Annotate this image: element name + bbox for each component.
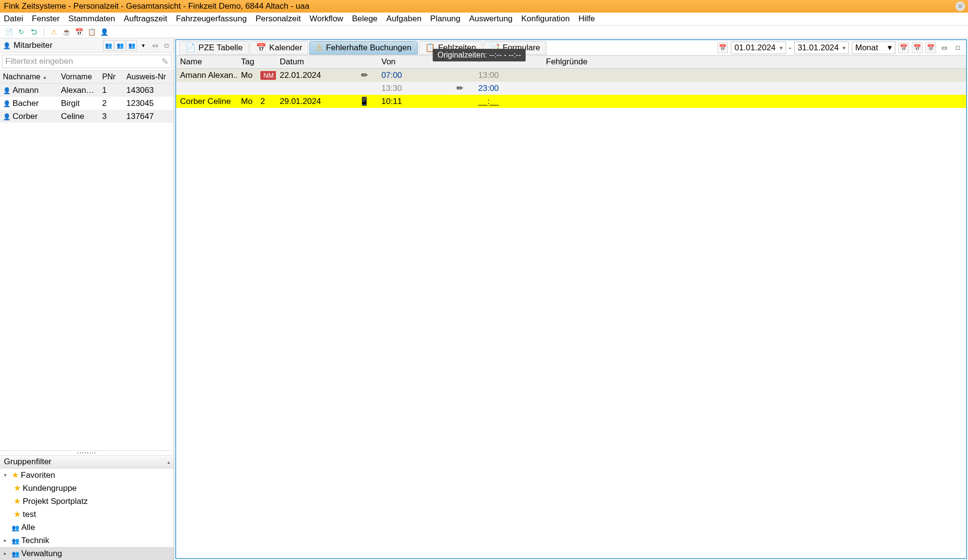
separator <box>44 28 44 36</box>
close-icon[interactable]: ✕ <box>955 1 965 11</box>
grid-row[interactable]: Corber CelineMo229.01.2024📱10:11__:__ <box>176 95 966 108</box>
undo-icon[interactable]: ⮌ <box>29 27 39 37</box>
expand-icon[interactable]: ▸ <box>4 550 10 557</box>
col-nachname[interactable]: Nachname▲ <box>0 73 58 81</box>
people-icon <box>12 549 19 559</box>
edit-icon[interactable]: 📱 <box>359 96 369 106</box>
menu-auftragszeit[interactable]: Auftragszeit <box>124 14 167 24</box>
menu-fahrzeugerfassung[interactable]: Fahrzeugerfassung <box>176 14 246 24</box>
warning-icon[interactable]: ⚠ <box>49 27 59 37</box>
calendar-icon: 📅 <box>256 43 266 53</box>
tab-kalender[interactable]: 📅Kalender <box>250 41 308 55</box>
cal-icon-1[interactable]: 📅 <box>898 43 909 53</box>
chevron-down-icon[interactable]: ▾ <box>843 44 846 51</box>
title-bar: Fink Zeitsysteme - Personalzeit - Gesamt… <box>0 0 968 13</box>
expand-icon[interactable]: ▾ <box>4 472 10 478</box>
employee-row[interactable]: CorberCeline3137647 <box>0 110 174 123</box>
col-ausweis[interactable]: Ausweis-Nr <box>123 73 169 81</box>
tree-item[interactable]: Alle <box>0 521 174 534</box>
col-datum[interactable]: Datum <box>276 56 351 68</box>
edit-icon[interactable]: ✏ <box>456 83 463 93</box>
edit-icon[interactable]: ✏ <box>361 70 368 80</box>
pdf-icon[interactable]: 📄 <box>4 27 14 37</box>
group-icon-2[interactable]: 👥 <box>115 40 125 51</box>
tree-item[interactable]: ★Projekt Sportplatz <box>0 495 174 508</box>
mitarbeiter-panel-header: Mitarbeiter 👥 👥 👥 ▾ ▭ □ <box>0 38 174 53</box>
form-icon[interactable]: 📋 <box>87 27 96 37</box>
menu-hilfe[interactable]: Hilfe <box>578 14 595 24</box>
grid-row[interactable]: 13:30✏23:00 <box>176 82 966 95</box>
tab-fehlerhafte-buchungen[interactable]: ⚠Fehlerhafte Buchungen <box>309 41 418 55</box>
content-area: 📄PZE Tabelle 📅Kalender ⚠Fehlerhafte Buch… <box>175 39 967 559</box>
group-icon-3[interactable]: 👥 <box>126 40 137 51</box>
warning-icon: ⚠ <box>316 43 323 53</box>
menu-auswertung[interactable]: Auswertung <box>469 14 513 24</box>
coffee-icon[interactable]: ☕ <box>61 27 71 37</box>
tree-item[interactable]: ★Kundengruppe <box>0 482 174 495</box>
min-icon[interactable]: ▭ <box>939 43 950 53</box>
tab-pze-tabelle[interactable]: 📄PZE Tabelle <box>179 41 249 55</box>
person-icon[interactable]: 👤 <box>99 27 109 37</box>
col-tag[interactable]: Tag <box>237 56 257 68</box>
period-select[interactable]: Monat▾ <box>852 42 895 54</box>
tree-label: Verwaltung <box>21 549 62 559</box>
person-icon <box>3 86 11 95</box>
date-dash: - <box>789 44 791 52</box>
menu-workflow[interactable]: Workflow <box>310 14 344 24</box>
menu-datei[interactable]: Datei <box>4 14 23 24</box>
max-icon[interactable]: □ <box>953 43 963 53</box>
date-from-input[interactable]: 01.01.2024▾ <box>731 42 786 54</box>
menu-stammdaten[interactable]: Stammdaten <box>68 14 115 24</box>
group-icon-1[interactable]: 👥 <box>103 40 114 51</box>
menu-fenster[interactable]: Fenster <box>32 14 60 24</box>
employee-row[interactable]: AmannAlexandra1143063 <box>0 84 174 97</box>
col-vorname[interactable]: Vorname <box>58 73 99 81</box>
cal-icon-2[interactable]: 📅 <box>912 43 923 53</box>
chevron-down-icon[interactable]: ▾ <box>888 43 892 53</box>
refresh-icon[interactable]: ↻ <box>16 27 26 37</box>
col-pnr[interactable]: PNr <box>99 73 123 81</box>
col-fehlgruende[interactable]: Fehlgründe <box>542 56 610 68</box>
mitarbeiter-title: Mitarbeiter <box>14 41 52 50</box>
menu-aufgaben[interactable]: Aufgaben <box>386 14 422 24</box>
chevron-down-icon[interactable]: ▾ <box>780 44 783 51</box>
col-name[interactable]: Name <box>176 56 237 68</box>
menu-personalzeit[interactable]: Personalzeit <box>256 14 301 24</box>
expand-icon[interactable]: ▸ <box>4 537 10 544</box>
collapse-icon[interactable]: ▴ <box>167 459 170 465</box>
tree-item[interactable]: ▸Technik <box>0 534 174 547</box>
group-tree: ▾★Favoriten★Kundengruppe★Projekt Sportpl… <box>0 469 174 560</box>
gruppenfilter-header[interactable]: Gruppenfilter ▴ <box>0 455 174 469</box>
col-badge[interactable] <box>257 56 276 68</box>
person-icon <box>3 112 11 121</box>
minimize-icon[interactable]: ▭ <box>150 40 160 51</box>
grid-row[interactable]: Amann Alexan...MoNM22.01.2024✏07:0013:00 <box>176 69 966 82</box>
tooltip: Originalzeiten: --:-- - --:-- <box>433 49 526 61</box>
edit-filter-icon[interactable]: ✎ <box>162 57 168 67</box>
col-edit[interactable] <box>351 56 378 68</box>
star-icon: ★ <box>14 496 21 506</box>
filter-placeholder: Filtertext eingeben <box>5 57 73 66</box>
dropdown-icon[interactable]: ▾ <box>138 40 149 51</box>
nm-badge: NM <box>260 71 276 80</box>
main-toolbar: 📄 ↻ ⮌ ⚠ ☕ 📅 📋 👤 <box>0 26 968 38</box>
menu-konfiguration[interactable]: Konfiguration <box>521 14 570 24</box>
tree-label: Projekt Sportplatz <box>23 497 88 506</box>
tree-item[interactable]: ▸Verwaltung <box>0 547 174 560</box>
tree-item[interactable]: ▾★Favoriten <box>0 469 174 482</box>
tree-item[interactable]: ★test <box>0 508 174 521</box>
date-to-input[interactable]: 31.01.2024▾ <box>794 42 849 54</box>
splitter[interactable] <box>0 450 174 455</box>
grid-header: Name Tag Datum Von Fehlgründe <box>176 56 966 69</box>
maximize-icon[interactable]: □ <box>161 40 172 51</box>
calendar-icon[interactable]: 📅 <box>74 27 84 37</box>
menu-planung[interactable]: Planung <box>430 14 460 24</box>
date-picker-icon[interactable]: 📅 <box>717 43 728 53</box>
menu-belege[interactable]: Belege <box>352 14 378 24</box>
filter-input[interactable]: Filtertext eingeben ✎ <box>2 55 172 68</box>
employee-row[interactable]: BacherBirgit2123045 <box>0 97 174 110</box>
star-icon: ★ <box>14 509 21 519</box>
sidebar: Mitarbeiter 👥 👥 👥 ▾ ▭ □ Filtertext einge… <box>0 38 174 560</box>
cal-icon-3[interactable]: 📅 <box>925 43 936 53</box>
date-range-controls: 📅 01.01.2024▾ - 31.01.2024▾ Monat▾ 📅 📅 📅… <box>717 42 963 54</box>
